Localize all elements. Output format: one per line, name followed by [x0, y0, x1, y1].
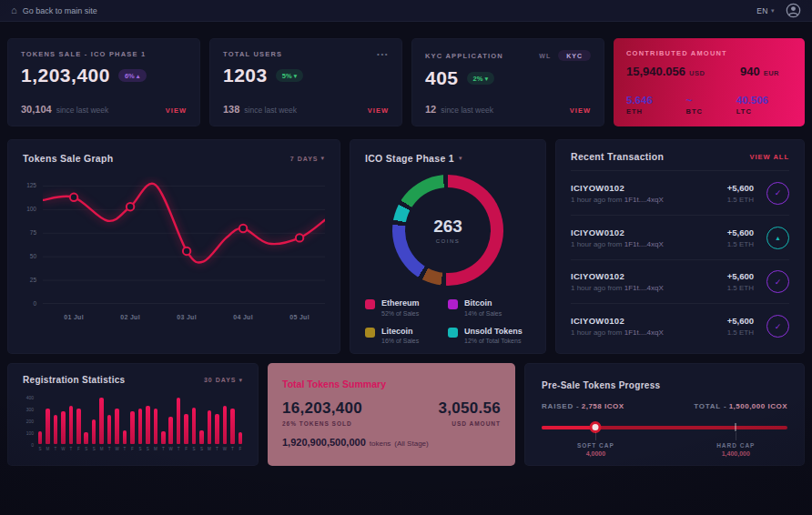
kyc-toggle[interactable]: KYC	[558, 50, 591, 61]
y-tick-label: 25	[30, 277, 36, 283]
transaction-amounts: +5,6001.5 ETH	[727, 227, 754, 248]
transaction-eth: 1.5 ETH	[727, 328, 754, 337]
bar[interactable]	[123, 430, 127, 444]
ico-stage-panel: ICO Stage Phase 1 ▾ 263 COINS Ethereum52…	[350, 139, 546, 354]
bar[interactable]	[168, 417, 173, 444]
bar[interactable]	[54, 415, 58, 444]
transaction-row[interactable]: ICIYOW01021 hour ago from 1F1t....4xqX+5…	[571, 170, 789, 215]
bar[interactable]	[177, 398, 181, 444]
bar[interactable]	[138, 409, 143, 444]
topbar-right: EN ▾	[756, 3, 801, 18]
bar[interactable]	[38, 431, 43, 444]
wl-toggle[interactable]: WL	[539, 53, 551, 59]
contributed-title: CONTRIBUTED AMOUNT	[626, 49, 792, 57]
transaction-info: ICIYOW01021 hour ago from 1F1t....4xqX	[571, 227, 664, 248]
range-dropdown[interactable]: 30 DAYS ▾	[204, 377, 243, 384]
donut-chart: 263 COINS	[392, 175, 503, 286]
transaction-row[interactable]: ICIYOW01021 hour ago from 1F1t....4xqX+5…	[571, 259, 789, 304]
view-link[interactable]: VIEW	[166, 106, 187, 115]
usd-amount-value: 3,050.56	[438, 399, 501, 418]
chevron-down-icon: ▾	[771, 7, 775, 15]
language-selector[interactable]: EN ▾	[756, 6, 775, 15]
transaction-status-icon[interactable]: ✓	[766, 182, 789, 205]
bar[interactable]	[130, 411, 135, 444]
y-tick-label: 125	[26, 182, 36, 188]
data-point[interactable]	[127, 203, 134, 210]
legend-item: Bitcoin14% of Sales	[448, 298, 531, 317]
chevron-down-icon[interactable]: ▾	[459, 155, 463, 162]
legend-name: Unsold Tokens	[464, 327, 523, 336]
ico-stage-dropdown[interactable]: ICO Stage Phase 1	[365, 153, 454, 164]
bar[interactable]	[161, 431, 166, 444]
bar[interactable]	[107, 415, 112, 444]
bar-column: M	[153, 395, 158, 451]
arrow-down-icon: ▾	[294, 72, 298, 80]
registration-statistics-panel: Registration Statistics 30 DAYS ▾ 400300…	[7, 363, 259, 466]
transaction-address: 1F1t....4xqX	[624, 196, 664, 204]
panel-title: Registration Statistics	[23, 375, 125, 385]
bar[interactable]	[199, 430, 204, 444]
bar[interactable]	[46, 409, 50, 444]
bar[interactable]	[208, 410, 212, 444]
bar-column: W	[222, 395, 228, 451]
soft-cap-label: SOFT CAP	[577, 442, 614, 449]
user-avatar[interactable]	[786, 3, 801, 18]
arrow-down-icon: ▾	[484, 75, 488, 83]
bar-column: T	[68, 395, 74, 451]
legend-desc: 16% of Sales	[381, 338, 419, 344]
back-to-main-site-link[interactable]: ⌂ Go back to main site	[11, 5, 97, 15]
bar[interactable]	[239, 432, 243, 444]
bar[interactable]	[69, 406, 74, 444]
x-tick-label: T	[216, 447, 218, 451]
view-link[interactable]: VIEW	[368, 106, 389, 115]
bar[interactable]	[115, 409, 119, 444]
y-tick-label: 400	[26, 395, 34, 400]
ltc-label: LTC	[736, 107, 768, 116]
x-tick-label: W	[223, 447, 227, 451]
usd-amount-label: USD AMOUNT	[452, 420, 501, 427]
legend-item: Litecoin16% of Sales	[365, 327, 448, 345]
data-point[interactable]	[239, 225, 247, 232]
transaction-status-icon[interactable]: ✓	[766, 270, 789, 293]
bar[interactable]	[230, 409, 235, 444]
data-point[interactable]	[296, 234, 303, 241]
bar[interactable]	[99, 398, 104, 444]
view-all-link[interactable]: VIEW ALL	[749, 153, 789, 161]
data-point[interactable]	[183, 247, 190, 255]
panel-title: Tokens Sale Graph	[23, 153, 113, 164]
transaction-row[interactable]: ICIYOW01021 hour ago from 1F1t....4xqX+5…	[571, 215, 789, 259]
stat-delta: 138	[223, 104, 239, 115]
view-link[interactable]: VIEW	[570, 106, 591, 115]
x-tick-label: 02 Jul	[120, 314, 140, 320]
bar[interactable]	[192, 408, 197, 444]
more-menu-icon[interactable]: •••	[377, 50, 389, 58]
bar-column: W	[115, 395, 120, 451]
bar[interactable]	[76, 409, 81, 444]
range-dropdown[interactable]: 7 DAYS ▾	[290, 155, 325, 162]
x-tick-label: S	[138, 447, 141, 451]
bar-columns: SMTWTFSSMTWTFSSMTWTFSSMTWTF	[37, 395, 243, 451]
x-tick-label: T	[162, 447, 165, 451]
x-tick-label: S	[193, 447, 196, 451]
bar[interactable]	[92, 419, 96, 444]
bar[interactable]	[61, 411, 66, 444]
legend-desc: 14% of Sales	[464, 310, 502, 317]
bar[interactable]	[146, 406, 150, 444]
tokens-sale-graph-panel: Tokens Sale Graph 7 DAYS ▾ 1251007550250…	[7, 139, 340, 354]
bar[interactable]	[223, 406, 228, 444]
x-tick-label: T	[108, 447, 111, 451]
bar[interactable]	[215, 414, 219, 444]
bar-column: T	[229, 395, 235, 451]
x-tick-label: M	[154, 447, 157, 451]
transaction-eth: 1.5 ETH	[727, 240, 754, 248]
bar[interactable]	[84, 432, 88, 444]
language-label: EN	[756, 6, 768, 15]
transaction-status-icon[interactable]: ▲	[766, 227, 789, 249]
data-point[interactable]	[70, 194, 77, 201]
transaction-list: ICIYOW01021 hour ago from 1F1t....4xqX+5…	[571, 170, 789, 348]
transaction-status-icon[interactable]: ✓	[766, 315, 789, 338]
x-tick-label: T	[69, 447, 72, 451]
transaction-row[interactable]: ICIYOW01021 hour ago from 1F1t....4xqX+5…	[571, 303, 789, 348]
bar[interactable]	[184, 414, 188, 444]
bar[interactable]	[154, 409, 158, 444]
